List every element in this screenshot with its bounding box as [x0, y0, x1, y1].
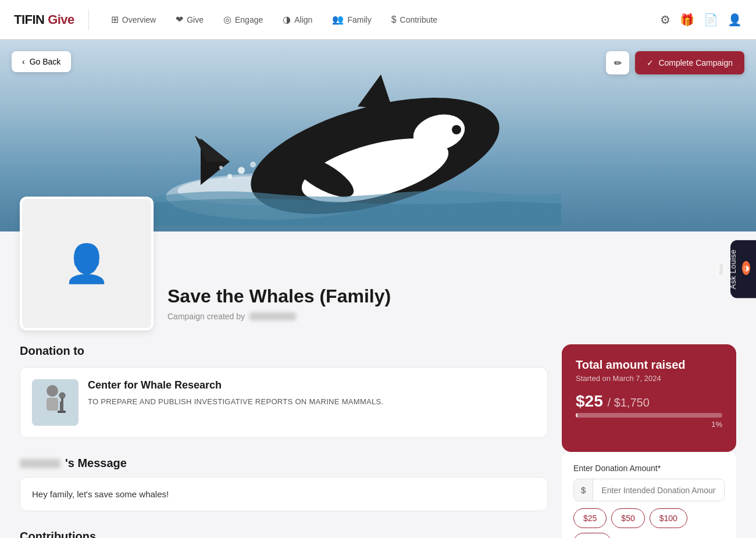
engage-icon: ◎: [223, 14, 231, 25]
svg-point-12: [250, 162, 256, 168]
contribute-icon: $: [391, 15, 397, 25]
amount-input-wrapper: $: [573, 479, 725, 501]
org-image: [32, 379, 79, 426]
complete-label: Complete Campaign: [658, 58, 733, 67]
donation-form: Enter Donation Amount* $ $25 $50 $100 $2…: [562, 452, 736, 538]
nav-label-engage: Engage: [235, 15, 263, 24]
svg-marker-9: [195, 136, 230, 162]
nav-item-give[interactable]: ❤ Give: [167, 9, 212, 30]
quick-amount-buttons: $25 $50 $100 $200: [573, 508, 725, 538]
nav-label-contribute: Contribute: [400, 15, 438, 24]
nav-item-align[interactable]: ◑ Align: [274, 9, 320, 30]
created-by-label: Campaign created by: [167, 312, 245, 321]
raised-amount: $25 / $1,750: [576, 392, 722, 411]
two-column-layout: Donation to: [20, 344, 736, 538]
donation-amount-input[interactable]: [593, 480, 724, 501]
campaign-subtitle: Campaign created by: [167, 312, 391, 321]
campaign-title: Save the Whales (Family): [167, 286, 391, 307]
panel-subtitle: Started on March 7, 2024: [576, 374, 722, 383]
progress-bar: [576, 413, 722, 418]
family-icon: 👥: [332, 14, 344, 25]
org-info: Center for Whale Research TO PREPARE AND…: [88, 379, 536, 408]
nav-item-engage[interactable]: ◎ Engage: [215, 9, 271, 30]
message-text: Hey family, let's save some whales!: [32, 489, 169, 499]
svg-point-11: [227, 174, 232, 179]
logo: TIFIN Give: [14, 12, 74, 27]
nav-label-align: Align: [294, 15, 312, 24]
left-column: Donation to: [20, 344, 548, 538]
nav-item-overview[interactable]: ⊞ Overview: [103, 9, 164, 30]
currency-symbol: $: [574, 479, 593, 501]
chevron-left-icon: ‹: [22, 57, 25, 66]
navbar: TIFIN Give ⊞ Overview ❤ Give ◎ Engage ◑ …: [0, 0, 756, 40]
campaign-avatar: 👤: [20, 197, 154, 330]
align-icon: ◑: [283, 14, 291, 25]
donation-to-title: Donation to: [20, 344, 548, 358]
svg-marker-6: [358, 74, 393, 109]
ask-louise-badge: Beta: [716, 262, 726, 276]
goal-amount: / $1,750: [608, 396, 650, 409]
go-back-button[interactable]: ‹ Go Back: [12, 51, 71, 72]
progress-percentage: 1%: [576, 420, 722, 429]
fundraise-panel: Total amount raised Started on March 7, …: [562, 344, 736, 452]
logo-give: Give: [48, 12, 74, 27]
svg-point-13: [219, 166, 223, 169]
pencil-icon: ✏: [614, 58, 622, 69]
message-section: 's Message Hey family, let's save some w…: [20, 457, 548, 511]
message-author-blurred: [20, 459, 60, 468]
nav-links: ⊞ Overview ❤ Give ◎ Engage ◑ Align 👥 Fam…: [103, 9, 660, 30]
nav-label-family: Family: [347, 15, 371, 24]
nav-item-contribute[interactable]: $ Contribute: [383, 10, 446, 30]
creator-name-blurred: [249, 312, 296, 320]
svg-point-5: [452, 125, 461, 134]
edit-button[interactable]: ✏: [606, 51, 629, 74]
campaign-info: Save the Whales (Family) Campaign create…: [167, 286, 391, 330]
svg-rect-17: [60, 401, 63, 412]
org-name: Center for Whale Research: [88, 379, 536, 391]
gift-icon[interactable]: 🎁: [680, 13, 694, 27]
quick-amount-200[interactable]: $200: [573, 533, 611, 538]
progress-bar-fill: [576, 413, 577, 418]
svg-point-10: [238, 167, 245, 174]
nav-label-give: Give: [187, 15, 204, 24]
donation-form-label: Enter Donation Amount*: [573, 464, 725, 473]
panel-title: Total amount raised: [576, 358, 722, 372]
avatar-icon: 👤: [63, 242, 110, 286]
nav-item-family[interactable]: 👥 Family: [324, 9, 379, 30]
overview-icon: ⊞: [111, 14, 119, 25]
settings-icon[interactable]: ⚙: [660, 13, 671, 27]
message-box: Hey family, let's save some whales!: [20, 477, 548, 511]
main-content: 👤 Save the Whales (Family) Campaign crea…: [6, 197, 750, 538]
svg-rect-18: [58, 411, 66, 413]
go-back-label: Go Back: [30, 57, 61, 66]
message-title: 's Message: [65, 457, 127, 470]
org-image-placeholder: [32, 379, 79, 426]
org-description: TO PREPARE AND PUBLISH INVESTIGATIVE REP…: [88, 396, 536, 408]
message-header: 's Message: [20, 457, 548, 470]
donation-card: Center for Whale Research TO PREPARE AND…: [20, 367, 548, 438]
hero-actions: ✏ ✓ Complete Campaign: [606, 51, 744, 74]
ask-louise-label: Ask Louise: [729, 249, 737, 289]
ask-louise-widget[interactable]: ◑ Ask Louise Beta: [730, 240, 756, 298]
document-icon[interactable]: 📄: [704, 13, 718, 27]
raised-value: $25: [576, 392, 603, 410]
quick-amount-100[interactable]: $100: [650, 508, 687, 528]
quick-amount-25[interactable]: $25: [573, 508, 607, 528]
quick-amount-50[interactable]: $50: [611, 508, 644, 528]
svg-point-15: [47, 385, 58, 397]
logo-tifin: TIFIN: [14, 12, 45, 27]
give-icon: ❤: [176, 14, 183, 25]
complete-campaign-button[interactable]: ✓ Complete Campaign: [635, 51, 744, 74]
profile-section: 👤 Save the Whales (Family) Campaign crea…: [20, 197, 736, 330]
svg-point-20: [59, 393, 65, 398]
checkmark-icon: ✓: [647, 58, 654, 67]
ask-louise-icon: ◑: [742, 261, 750, 275]
contributions-title: Contributions: [20, 530, 548, 538]
nav-actions: ⚙ 🎁 📄 👤: [660, 13, 742, 27]
user-icon[interactable]: 👤: [728, 13, 742, 27]
nav-label-overview: Overview: [122, 15, 156, 24]
right-column: Total amount raised Started on March 7, …: [562, 344, 736, 538]
nav-divider: [88, 9, 89, 30]
svg-rect-16: [47, 398, 58, 411]
